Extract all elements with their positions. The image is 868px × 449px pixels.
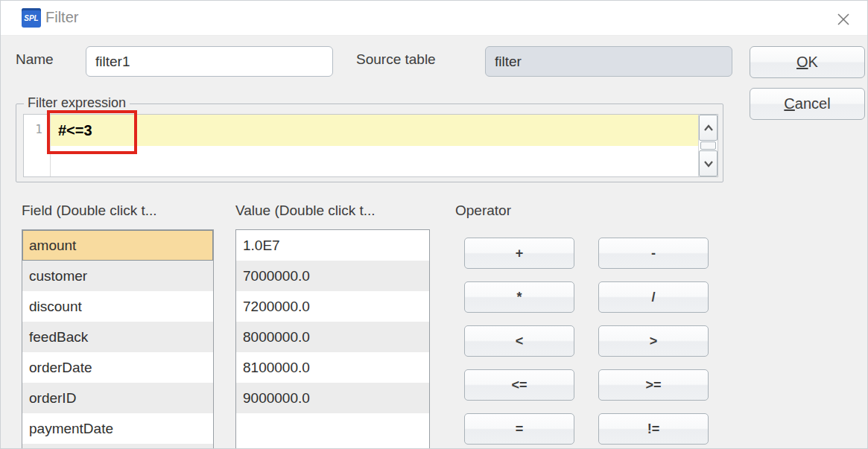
- operator-less-than-button[interactable]: <: [464, 325, 574, 357]
- spl-logo-icon: SPL: [22, 8, 41, 28]
- operator-greater-than-button[interactable]: >: [598, 325, 709, 357]
- scrollbar-thumb[interactable]: [700, 141, 716, 150]
- field-list-item[interactable]: orderID: [22, 383, 213, 413]
- operator-not-equal-button[interactable]: !=: [598, 413, 709, 445]
- value-list-item[interactable]: 8000000.0: [236, 322, 429, 352]
- value-list-item[interactable]: 8100000.0: [236, 352, 429, 383]
- value-list-item[interactable]: 7200000.0: [236, 291, 429, 322]
- ok-mnemonic: O: [796, 54, 808, 70]
- value-list-item[interactable]: 7000000.0: [236, 261, 429, 291]
- field-list-item[interactable]: feedBack: [22, 322, 213, 352]
- scroll-down-icon[interactable]: [699, 150, 717, 176]
- filter-dialog: SPL Filter Name Source table OK Cancel F…: [0, 0, 868, 449]
- name-label: Name: [16, 51, 54, 68]
- source-table-field: [485, 46, 732, 77]
- line-number-gutter: 1: [24, 115, 51, 176]
- field-list-item[interactable]: paymentDate: [22, 413, 213, 444]
- operator-greater-equal-button[interactable]: >=: [598, 369, 709, 401]
- cancel-rest: ancel: [795, 95, 831, 112]
- value-list-item[interactable]: 9000000.0: [236, 383, 429, 413]
- field-list-item-partial: [22, 444, 213, 449]
- source-table-label: Source table: [356, 51, 436, 68]
- field-list-header: Field (Double click t...: [22, 203, 157, 219]
- editor-scrollbar[interactable]: [698, 115, 717, 176]
- expression-line-1[interactable]: #<=3: [51, 115, 698, 146]
- code-area[interactable]: #<=3: [51, 115, 698, 176]
- cancel-mnemonic: C: [784, 95, 794, 112]
- line-number: 1: [35, 115, 50, 176]
- name-input[interactable]: [86, 46, 333, 77]
- operator-grid: + - * / < > <= >= = !=: [464, 238, 709, 445]
- operator-header: Operator: [455, 203, 511, 219]
- expression-line-2[interactable]: [51, 146, 698, 176]
- field-list-item[interactable]: discount: [22, 291, 213, 322]
- field-list-item[interactable]: amount: [22, 230, 213, 261]
- ok-rest: K: [808, 54, 818, 70]
- value-list-item[interactable]: 1.0E7: [236, 230, 429, 261]
- cancel-button[interactable]: Cancel: [750, 88, 865, 120]
- operator-less-equal-button[interactable]: <=: [464, 369, 574, 401]
- expression-editor[interactable]: 1 #<=3: [23, 114, 718, 177]
- filter-expression-label: Filter expression: [24, 95, 130, 111]
- ok-button[interactable]: OK: [750, 46, 865, 78]
- field-list-item[interactable]: customer: [22, 261, 213, 291]
- close-icon[interactable]: [834, 10, 852, 28]
- title-bar: SPL Filter: [1, 1, 867, 36]
- filter-expression-group: Filter expression 1 #<=3: [16, 104, 723, 182]
- operator-add-button[interactable]: +: [464, 238, 574, 269]
- window-title: Filter: [45, 9, 78, 26]
- scroll-up-icon[interactable]: [699, 115, 717, 141]
- value-list-header: Value (Double click t...: [235, 203, 376, 219]
- operator-divide-button[interactable]: /: [598, 281, 709, 313]
- field-list-item[interactable]: orderDate: [22, 352, 213, 383]
- operator-equal-button[interactable]: =: [464, 413, 574, 445]
- field-list: amount customer discount feedBack orderD…: [22, 229, 214, 449]
- operator-subtract-button[interactable]: -: [598, 238, 709, 269]
- operator-multiply-button[interactable]: *: [464, 281, 574, 313]
- value-list: 1.0E7 7000000.0 7200000.0 8000000.0 8100…: [235, 229, 430, 449]
